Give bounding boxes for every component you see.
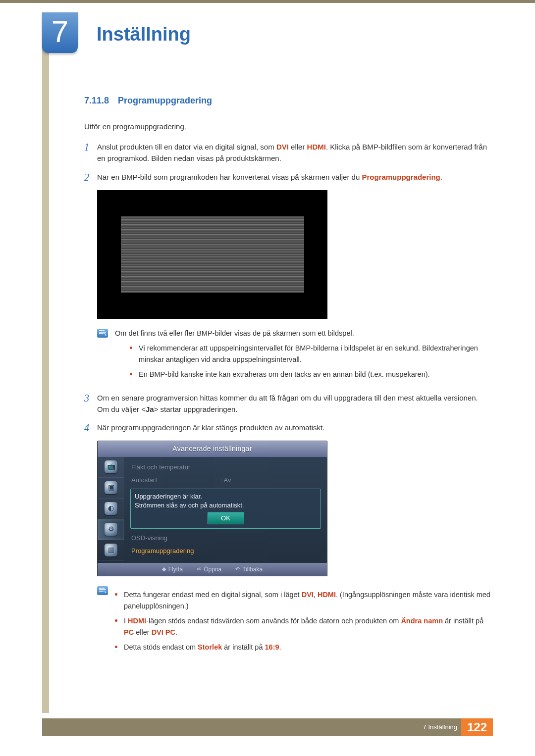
note-bullet: Detta stöds endast om Storlek är inställ…: [115, 642, 490, 653]
osd-title: Avancerade inställningar: [98, 441, 327, 457]
left-rail: [42, 15, 49, 713]
osd-hint-back: ↶Tillbaka: [235, 565, 263, 574]
osd-item-program-upgrade[interactable]: Programuppgradering: [130, 545, 321, 557]
kw-dvi: DVI: [302, 591, 314, 599]
osd-popup-line2: Strömmen slås av och på automatiskt.: [135, 501, 317, 510]
osd-tab-picture-icon[interactable]: ▣: [98, 478, 124, 499]
note-bullet: En BMP-bild kanske inte kan extraheras o…: [130, 369, 490, 380]
note-body: Detta fungerar endast med en digital sig…: [115, 585, 490, 656]
note-block-1: Om det finns två eller fler BMP-bilder v…: [97, 328, 490, 384]
step-number: 1: [84, 141, 97, 164]
osd-item-autostart: Autostart: Av: [130, 474, 321, 487]
note-bullet: I HDMI-lägen stöds endast tidsvärden som…: [115, 615, 490, 638]
osd-hint-move: ◆Flytta: [162, 565, 183, 574]
footer-page-number: 122: [461, 718, 493, 736]
bmp-screenshot: [97, 190, 327, 319]
page-title: Inställning: [97, 20, 191, 49]
static-noise-image: [121, 216, 304, 293]
note-lead: Om det finns två eller fler BMP-bilder v…: [115, 328, 490, 339]
osd-tab-sound-icon[interactable]: ◐: [98, 499, 124, 519]
kw-change-name: Ändra namn: [401, 617, 443, 625]
osd-item-fan: Fläkt och temperatur: [130, 461, 321, 474]
kw-pc: PC: [124, 628, 134, 636]
osd-footer: ◆Flytta ⏎Öppna ↶Tillbaka: [98, 563, 327, 576]
section-title: Programuppgradering: [118, 96, 212, 105]
kw-dvi-pc: DVI PC: [152, 628, 175, 636]
note-body: Om det finns två eller fler BMP-bilder v…: [115, 328, 490, 384]
step-text: Om en senare programversion hittas komme…: [97, 392, 490, 415]
note-bullet: Vi rekommenderar att uppspelningsinterva…: [130, 343, 490, 365]
kw-size: Storlek: [198, 643, 222, 651]
top-rule: [0, 0, 535, 3]
kw-hdmi: HDMI: [318, 591, 336, 599]
kw-dvi: DVI: [276, 143, 289, 151]
step-text: Anslut produkten till en dator via en di…: [97, 141, 490, 164]
section-number: 7.11.8: [84, 96, 109, 105]
kw-ja: Ja: [146, 405, 154, 413]
osd-sidebar: 📺 ▣ ◐ ⚙ ▥: [98, 457, 124, 563]
step-number: 4: [84, 422, 97, 434]
arrows-icon: ◆: [162, 565, 166, 573]
intro-text: Utför en programuppgradering.: [84, 121, 490, 132]
osd-item-osdview: OSD-visning: [130, 532, 321, 545]
step-1: 1 Anslut produkten till en dator via en …: [84, 141, 490, 164]
osd-tab-setup-icon[interactable]: ⚙: [98, 519, 124, 540]
note-icon: [97, 329, 108, 338]
osd-menu: Avancerade inställningar 📺 ▣ ◐ ⚙ ▥ Fläkt…: [97, 441, 327, 576]
osd-panel: Fläkt och temperatur Autostart: Av Uppgr…: [124, 457, 327, 563]
osd-popup-line1: Uppgraderingen är klar.: [135, 492, 317, 501]
step-number: 2: [84, 171, 97, 183]
kw-hdmi: HDMI: [128, 617, 146, 625]
kw-ratio: 16:9: [265, 643, 279, 651]
page-footer: 7 Inställning 122: [42, 718, 493, 736]
osd-ok-button[interactable]: OK: [208, 512, 244, 524]
osd-hint-open: ⏎Öppna: [197, 565, 221, 574]
enter-icon: ⏎: [197, 565, 201, 573]
chapter-badge: 7: [42, 12, 78, 53]
note-icon: [97, 586, 108, 595]
osd-tab-input-icon[interactable]: 📺: [98, 457, 124, 478]
footer-chapter: 7 Inställning: [423, 722, 457, 732]
content-area: 7.11.8Programuppgradering Utför en progr…: [84, 94, 490, 664]
step-number: 3: [84, 392, 97, 415]
kw-hdmi: HDMI: [307, 143, 326, 151]
back-icon: ↶: [235, 565, 240, 573]
osd-tab-multi-icon[interactable]: ▥: [98, 540, 124, 561]
step-text: När en BMP-bild som programkoden har kon…: [97, 171, 490, 183]
note-block-2: Detta fungerar endast med en digital sig…: [97, 585, 490, 656]
step-4: 4 När programuppgraderingen är klar stän…: [84, 422, 490, 434]
step-3: 3 Om en senare programversion hittas kom…: [84, 392, 490, 415]
osd-popup: Uppgraderingen är klar. Strömmen slås av…: [130, 489, 321, 529]
section-heading: 7.11.8Programuppgradering: [84, 94, 490, 108]
step-text: När programuppgraderingen är klar stängs…: [97, 422, 490, 434]
kw-program-upgrade: Programuppgradering: [362, 173, 440, 181]
note-bullet: Detta fungerar endast med en digital sig…: [115, 589, 490, 611]
step-2: 2 När en BMP-bild som programkoden har k…: [84, 171, 490, 183]
